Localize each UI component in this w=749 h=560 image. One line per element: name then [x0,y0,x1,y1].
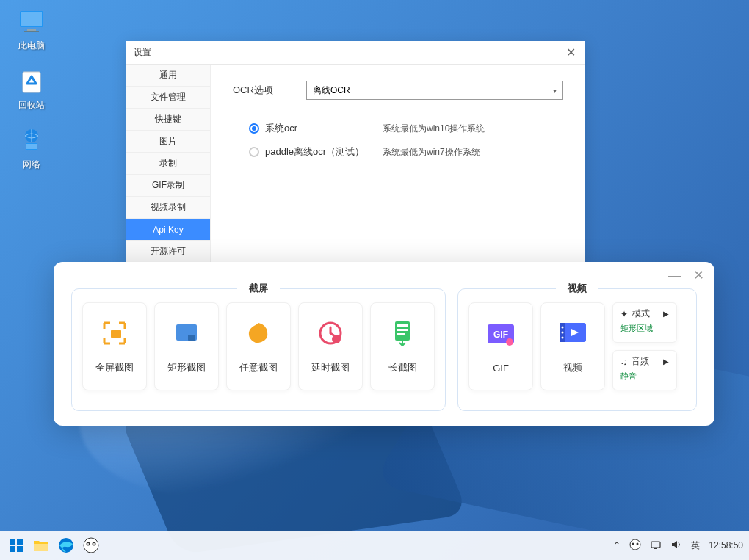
svg-point-37 [632,542,634,545]
tab-file-management[interactable]: 文件管理 [126,87,210,109]
desktop-icon-network[interactable]: 网络 [6,125,57,171]
ocr-select[interactable]: 离线OCR ▾ [306,81,563,100]
network-icon [16,125,47,156]
desktop-icon-recycle-bin[interactable]: 回收站 [6,65,57,112]
play-icon: ▶ [663,310,669,318]
start-button[interactable] [6,535,26,556]
network-tray-icon[interactable] [650,539,662,553]
ocr-label: OCR选项 [233,84,306,97]
svg-point-38 [637,542,639,545]
monitor-icon [16,6,47,37]
svg-point-19 [506,338,513,346]
mode-option[interactable]: ✦ 模式 ▶ 矩形区域 [612,302,677,343]
radio-system-ocr[interactable] [249,123,259,134]
tray-app-icon[interactable] [629,539,641,553]
tab-record[interactable]: 录制 [126,153,210,175]
svg-text:GIF: GIF [493,330,508,340]
close-icon[interactable]: ✕ [563,46,578,60]
svg-rect-28 [17,546,23,552]
svg-rect-26 [17,539,23,545]
svg-rect-29 [34,544,48,551]
settings-content: OCR选项 离线OCR ▾ 系统ocr 系统最低为win10操作系统 paddl… [211,65,585,263]
video-panel: 视频 GIF GIF 视频 ✦ 模式 ▶ 矩形区域 [457,288,697,411]
gif-record-button[interactable]: GIF GIF [468,302,533,390]
ime-indicator[interactable]: 英 [691,539,700,552]
radio-paddle-ocr[interactable] [249,147,259,157]
video-record-button[interactable]: 视频 [540,302,605,390]
svg-rect-27 [10,546,15,552]
svg-rect-14 [397,324,408,327]
recycle-bin-icon [16,65,47,96]
rect-capture-button[interactable]: 矩形截图 [154,302,219,390]
settings-title: 设置 [134,46,151,59]
screenshot-toolbar: — ✕ 截屏 全屏截图 矩形截图 任意截图 延时截图 长截图 [54,262,714,426]
tab-gif-record[interactable]: GIF录制 [126,175,210,197]
desktop-icon-this-pc[interactable]: 此电脑 [6,6,57,52]
taskbar: ⌃ 英 12:58:50 [0,531,749,560]
svg-rect-25 [10,539,15,545]
mode-icon: ✦ [620,309,628,319]
svg-rect-40 [654,548,657,549]
close-icon[interactable]: ✕ [693,269,704,282]
svg-point-31 [84,538,98,553]
scrolling-icon [388,319,417,348]
svg-rect-10 [188,335,195,341]
svg-rect-8 [111,330,121,338]
file-explorer-icon[interactable] [31,535,51,556]
screenshot-panel: 截屏 全屏截图 矩形截图 任意截图 延时截图 长截图 [71,288,446,411]
svg-rect-16 [397,333,405,335]
desktop-icons: 此电脑 回收站 网络 [6,6,57,171]
freeform-capture-button[interactable]: 任意截图 [226,302,291,390]
svg-point-36 [630,539,640,550]
settings-sidebar: 通用 文件管理 快捷键 图片 录制 GIF录制 视频录制 Api Key 开源许… [126,65,211,263]
minimize-icon[interactable]: — [668,269,681,282]
fullscreen-capture-button[interactable]: 全屏截图 [82,302,147,390]
audio-icon: ♫ [620,357,627,367]
tab-general[interactable]: 通用 [126,65,210,87]
svg-rect-39 [651,542,660,548]
fullscreen-icon [100,319,129,348]
svg-point-34 [87,543,89,545]
chevron-down-icon: ▾ [553,87,557,95]
clock[interactable]: 12:58:50 [709,540,743,550]
volume-tray-icon[interactable] [670,539,682,553]
app-icon[interactable] [81,535,101,556]
delayed-capture-button[interactable]: 延时截图 [298,302,363,390]
edge-browser-icon[interactable] [56,535,76,556]
svg-point-22 [562,327,564,329]
svg-point-35 [93,543,95,545]
play-icon: ▶ [663,357,669,366]
tab-video-record[interactable]: 视频录制 [126,197,210,219]
svg-point-23 [562,332,564,334]
tab-api-key[interactable]: Api Key [126,219,210,241]
svg-rect-15 [397,329,408,331]
rect-icon [172,319,201,348]
svg-rect-4 [23,72,40,92]
svg-point-12 [332,335,341,343]
svg-rect-2 [27,29,36,31]
video-icon [558,319,587,348]
svg-rect-3 [24,31,39,32]
scrolling-capture-button[interactable]: 长截图 [370,302,435,390]
clock-icon [316,319,345,348]
tab-image[interactable]: 图片 [126,131,210,153]
freeform-icon [244,319,273,348]
svg-point-24 [562,337,564,339]
tray-chevron-icon[interactable]: ⌃ [613,540,620,550]
svg-rect-1 [21,12,42,26]
gif-icon: GIF [486,320,515,349]
settings-dialog: 设置 ✕ 通用 文件管理 快捷键 图片 录制 GIF录制 视频录制 Api Ke… [126,41,585,263]
tab-license[interactable]: 开源许可 [126,241,210,263]
svg-rect-7 [26,144,37,149]
tab-shortcuts[interactable]: 快捷键 [126,109,210,131]
audio-option[interactable]: ♫ 音频 ▶ 静音 [612,350,677,390]
settings-titlebar: 设置 ✕ [126,41,585,65]
